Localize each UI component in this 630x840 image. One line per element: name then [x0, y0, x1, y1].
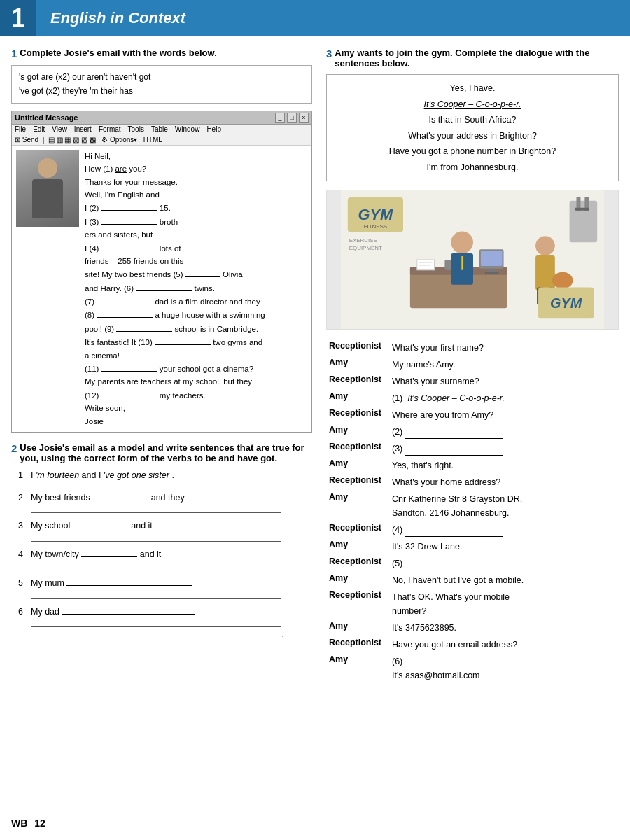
blank-school — [73, 519, 129, 528]
menu-item[interactable]: Edit — [33, 125, 45, 133]
continuation-line — [31, 598, 281, 599]
menu-item[interactable]: Window — [175, 125, 200, 133]
line-text: My best friends and they — [31, 491, 185, 505]
line-text: I 'm fourteen and I 've got one sister . — [31, 469, 174, 482]
person-figure — [32, 158, 63, 218]
unit-title: English in Context — [36, 0, 630, 36]
blank-6 — [136, 281, 192, 291]
speech-text: Have you got an email address? — [389, 636, 619, 653]
answer-blank-2 — [405, 429, 503, 439]
menu-item[interactable]: Format — [99, 125, 121, 133]
svg-text:FITNESS: FITNESS — [364, 223, 387, 230]
underline-option: It's Cooper – C-o-o-p-e-r. — [424, 99, 522, 109]
dialogue-option: It's Cooper – C-o-o-p-e-r. — [338, 97, 607, 113]
line-num: 1 — [18, 469, 28, 482]
dialogue-row: Receptionist What's your home address? — [326, 474, 619, 491]
section2-line2: 2 My best friends and they — [18, 491, 312, 505]
maximize-icon[interactable]: □ — [287, 113, 297, 122]
word-row2: 've got (x2) they're 'm their has — [19, 84, 304, 98]
dialogue-row: Receptionist (4) — [326, 522, 619, 538]
blank-4 — [102, 241, 158, 251]
menu-item[interactable]: View — [52, 125, 67, 133]
footer-wb: WB — [11, 818, 27, 829]
menu-item[interactable]: Help — [206, 125, 221, 133]
dialogue-row: Receptionist Have you got an email addre… — [326, 636, 619, 653]
blank-3 — [102, 215, 158, 225]
speech-text: Yes, that's right. — [389, 457, 619, 474]
menu-item[interactable]: Insert — [74, 125, 92, 133]
photo-inner — [16, 150, 79, 227]
dialogue-row: Amy Yes, that's right. — [326, 457, 619, 474]
menu-item[interactable]: Tools — [128, 125, 144, 133]
dialogue-row: Receptionist What's your first name? — [326, 340, 619, 356]
line-num: 4 — [18, 548, 28, 561]
speech-text: What's your first name? — [389, 340, 619, 356]
email-titlebar: Untitled Message _ □ × — [12, 111, 312, 125]
dialogue-row: Receptionist (3) — [326, 440, 619, 457]
speech-text: It's 32 Drew Lane. — [389, 538, 619, 555]
email-line: I (2) 15. — [85, 201, 307, 214]
email-window: Untitled Message _ □ × File Edit View In… — [11, 111, 312, 433]
speaker-label: Amy — [326, 653, 389, 684]
section3-title: Amy wants to join the gym. Complete the … — [335, 48, 619, 69]
dialogue-row: Amy (6) It's asas@hotmail.com — [326, 653, 619, 684]
svg-rect-7 — [481, 251, 503, 266]
email-line: pool! (9) school is in Cambridge. — [85, 322, 307, 335]
speaker-label: Amy — [326, 491, 389, 522]
speaker-label: Receptionist — [326, 636, 389, 653]
line-num: 5 — [18, 577, 28, 590]
line-text: My dad — [31, 605, 195, 619]
line-num: 2 — [18, 491, 28, 505]
speech-text: My name's Amy. — [389, 356, 619, 373]
email-line: Well, I'm English and — [85, 188, 307, 201]
blank-town — [81, 547, 137, 557]
speech-text: What's your surname? — [389, 373, 619, 390]
left-column: 1 Complete Josie's email with the words … — [11, 48, 312, 684]
dialogue-row: Amy No, I haven't but I've got a mobile. — [326, 572, 619, 589]
svg-rect-27 — [575, 208, 589, 211]
blank-dad — [62, 605, 195, 615]
section1-header: 1 Complete Josie's email with the words … — [11, 48, 312, 59]
continuation-line — [31, 626, 281, 627]
blank-12 — [102, 388, 158, 398]
speech-text: What's your home address? — [389, 474, 619, 491]
email-line: (7) dad is a film director and they — [85, 295, 307, 308]
speaker-label: Receptionist — [326, 555, 389, 572]
blank-8 — [97, 308, 153, 318]
email-line: (12) my teachers. — [85, 388, 307, 402]
speech-text: (1) It's Cooper – C-o-o-p-e-r. — [389, 390, 619, 407]
menu-item[interactable]: File — [15, 125, 26, 133]
svg-point-18 — [552, 272, 573, 289]
dialogue-row: Amy Cnr Katherine Str 8 Grayston DR,Sand… — [326, 491, 619, 522]
person-body — [32, 179, 63, 218]
dialogue-option: I'm from Johannesburg. — [338, 160, 607, 176]
page-footer: WB 12 — [11, 818, 46, 829]
email-line: (11) your school got a cinema? — [85, 362, 307, 375]
word-row1: 's got are (x2) our aren't haven't got — [19, 70, 304, 84]
svg-point-14 — [536, 236, 555, 255]
speaker-label: Receptionist — [326, 522, 389, 538]
menu-item[interactable]: Table — [151, 125, 168, 133]
minimize-icon[interactable]: _ — [275, 113, 285, 122]
continuation-line — [31, 570, 281, 570]
svg-rect-19 — [417, 260, 435, 270]
email-line: and Harry. (6) twins. — [85, 281, 307, 295]
email-line: friends – 255 friends on this — [85, 255, 307, 267]
blank-5 — [186, 267, 220, 277]
speaker-label: Amy — [326, 424, 389, 440]
svg-rect-15 — [536, 255, 555, 290]
email-line: Thanks for your message. — [85, 176, 307, 188]
section2-line3: 3 My school and it — [18, 519, 312, 533]
dialogue-option: Is that in South Africa? — [338, 112, 607, 128]
email-line: I (3) broth- — [85, 215, 307, 228]
section2-lines: 1 I 'm fourteen and I 've got one sister… — [11, 469, 312, 640]
section2-line1: 1 I 'm fourteen and I 've got one sister… — [18, 469, 312, 482]
unit-number: 1 — [0, 0, 36, 36]
svg-rect-9 — [485, 272, 499, 274]
email-line: (8) a huge house with a swimming — [85, 308, 307, 321]
close-icon[interactable]: × — [299, 113, 309, 122]
send-button[interactable]: ⊠ Send — [15, 136, 38, 144]
dialogue-selection-box: Yes, I have. It's Cooper – C-o-o-p-e-r. … — [326, 74, 619, 181]
footer-page: 12 — [34, 818, 46, 829]
section2-line4: 4 My town/city and it — [18, 547, 312, 561]
